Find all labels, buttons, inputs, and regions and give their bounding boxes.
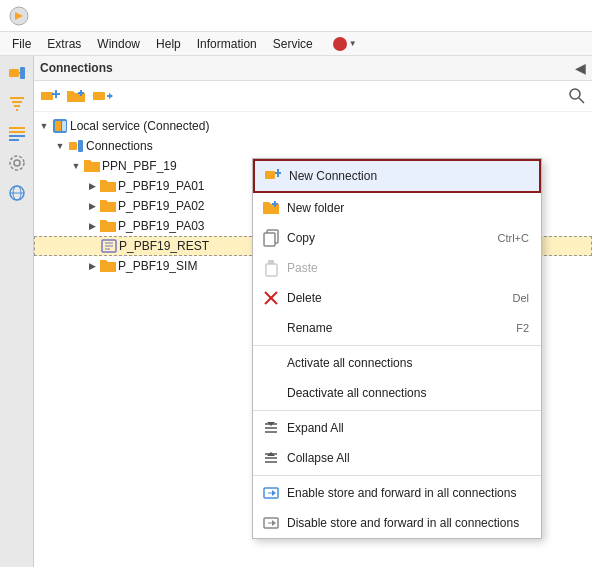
- panel-title: Connections: [40, 61, 113, 75]
- new-folder-ctx-icon: [261, 198, 281, 218]
- ctx-paste[interactable]: Paste: [253, 253, 541, 283]
- sim-label: P_PBF19_SIM: [118, 259, 197, 273]
- expand-ctx-icon: [261, 418, 281, 438]
- expander-pa02[interactable]: ▶: [84, 198, 100, 214]
- ctx-new-connection[interactable]: New Connection: [253, 159, 541, 193]
- new-connection-ctx-icon: [263, 166, 283, 186]
- new-folder-btn[interactable]: [64, 84, 88, 108]
- svg-rect-31: [78, 140, 83, 152]
- pa02-label: P_PBF19_PA02: [118, 199, 205, 213]
- panel-collapse-btn[interactable]: ◀: [575, 60, 586, 76]
- ctx-sep-3: [253, 475, 541, 476]
- tree-item-connections[interactable]: ▼ Connections: [34, 136, 592, 156]
- pa01-label: P_PBF19_PA01: [118, 179, 205, 193]
- expander-sim[interactable]: ▶: [84, 258, 100, 274]
- svg-rect-43: [266, 264, 277, 276]
- ctx-sep-2: [253, 410, 541, 411]
- rest-label: P_PBF19_REST: [119, 239, 209, 253]
- expander-pa03[interactable]: ▶: [84, 218, 100, 234]
- connections-label: Connections: [86, 139, 153, 153]
- ctx-enable-store-label: Enable store and forward in all connecti…: [287, 486, 516, 500]
- import-btn[interactable]: [90, 84, 114, 108]
- folder-icon-pa03: [100, 218, 116, 234]
- svg-rect-22: [93, 92, 105, 100]
- ctx-rename-label: Rename: [287, 321, 332, 335]
- menu-help[interactable]: Help: [148, 35, 189, 53]
- add-connection-btn[interactable]: [38, 84, 62, 108]
- expander-connections[interactable]: ▼: [52, 138, 68, 154]
- svg-rect-9: [9, 131, 25, 133]
- ctx-new-folder-label: New folder: [287, 201, 344, 215]
- ctx-sep-1: [253, 345, 541, 346]
- ctx-enable-store-forward[interactable]: Enable store and forward in all connecti…: [253, 478, 541, 508]
- connection-icon-rest: [101, 238, 117, 254]
- ctx-activate-all-label: Activate all connections: [287, 356, 412, 370]
- svg-rect-17: [41, 92, 53, 100]
- title-bar: [0, 0, 592, 32]
- connections-icon: [68, 138, 84, 154]
- expander-ppn[interactable]: ▼: [68, 158, 84, 174]
- ctx-expand-all[interactable]: Expand All: [253, 413, 541, 443]
- folder-icon-pa02: [100, 198, 116, 214]
- svg-line-26: [579, 98, 584, 103]
- menu-service[interactable]: Service: [265, 35, 321, 53]
- search-btn[interactable]: [566, 85, 588, 107]
- ctx-collapse-all[interactable]: Collapse All: [253, 443, 541, 473]
- context-menu: New Connection New folder: [252, 158, 542, 539]
- copy-ctx-icon: [261, 228, 281, 248]
- tree-item-local-service[interactable]: ▼ Local service (Connected): [34, 116, 592, 136]
- svg-rect-42: [264, 233, 275, 246]
- svg-point-12: [14, 160, 20, 166]
- list-toolbar-btn[interactable]: [4, 120, 30, 146]
- folder-icon-ppn: [84, 158, 100, 174]
- ctx-delete[interactable]: Delete Del: [253, 283, 541, 313]
- ctx-delete-label: Delete: [287, 291, 322, 305]
- ctx-delete-shortcut: Del: [512, 292, 529, 304]
- folder-icon-pa01: [100, 178, 116, 194]
- svg-marker-57: [272, 490, 276, 496]
- left-toolbar: [0, 56, 34, 567]
- local-service-label: Local service (Connected): [70, 119, 209, 133]
- enable-store-ctx-icon: [261, 483, 281, 503]
- ctx-copy-shortcut: Ctrl+C: [498, 232, 529, 244]
- svg-marker-24: [109, 93, 113, 99]
- connections-panel: Connections ◀: [34, 56, 592, 567]
- svg-point-13: [10, 156, 24, 170]
- ctx-new-connection-label: New Connection: [289, 169, 377, 183]
- svg-rect-10: [9, 135, 25, 137]
- folder-icon-sim: [100, 258, 116, 274]
- svg-marker-60: [272, 520, 276, 526]
- menu-file[interactable]: File: [4, 35, 39, 53]
- app-icon: [8, 5, 30, 27]
- svg-rect-1: [9, 69, 19, 77]
- menu-bar: File Extras Window Help Information Serv…: [0, 32, 592, 56]
- pa03-label: P_PBF19_PA03: [118, 219, 205, 233]
- ctx-disable-store-label: Disable store and forward in all connect…: [287, 516, 519, 530]
- svg-rect-28: [55, 121, 61, 131]
- ctx-deactivate-all[interactable]: Deactivate all connections: [253, 378, 541, 408]
- settings-toolbar-btn[interactable]: [4, 150, 30, 176]
- expander-local-service[interactable]: ▼: [36, 118, 52, 134]
- svg-rect-29: [62, 121, 66, 131]
- ctx-disable-store-forward[interactable]: Disable store and forward in all connect…: [253, 508, 541, 538]
- service-status-btn[interactable]: ▼: [323, 35, 363, 53]
- collapse-ctx-icon: [261, 448, 281, 468]
- ctx-activate-all[interactable]: Activate all connections: [253, 348, 541, 378]
- ctx-copy[interactable]: Copy Ctrl+C: [253, 223, 541, 253]
- menu-information[interactable]: Information: [189, 35, 265, 53]
- menu-window[interactable]: Window: [89, 35, 148, 53]
- filter-toolbar-btn[interactable]: [4, 90, 30, 116]
- disable-store-ctx-icon: [261, 513, 281, 533]
- link-toolbar-btn[interactable]: [4, 180, 30, 206]
- ctx-collapse-all-label: Collapse All: [287, 451, 350, 465]
- menu-extras[interactable]: Extras: [39, 35, 89, 53]
- ctx-copy-label: Copy: [287, 231, 315, 245]
- main-area: Connections ◀: [0, 56, 592, 567]
- connect-toolbar-btn[interactable]: [4, 60, 30, 86]
- svg-rect-36: [265, 171, 275, 179]
- ctx-rename[interactable]: Rename F2: [253, 313, 541, 343]
- svg-rect-11: [9, 139, 19, 141]
- panel-header: Connections ◀: [34, 56, 592, 81]
- expander-pa01[interactable]: ▶: [84, 178, 100, 194]
- ctx-new-folder[interactable]: New folder: [253, 193, 541, 223]
